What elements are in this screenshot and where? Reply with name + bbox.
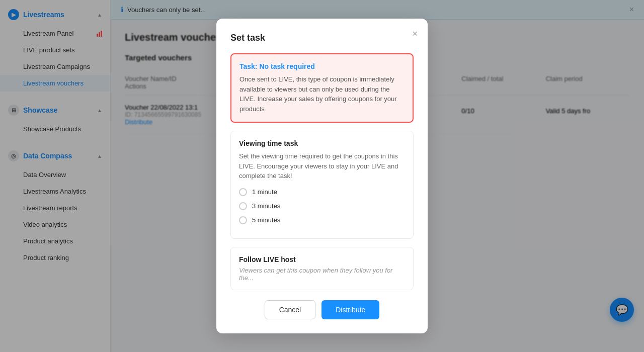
no-task-card-title: Task: No task required (239, 62, 405, 70)
distribute-button[interactable]: Distribute (321, 300, 379, 319)
modal-footer: Cancel Distribute (230, 300, 414, 319)
modal-overlay: Set task × Task: No task required Once s… (0, 0, 644, 352)
radio-1-minute[interactable]: 1 minute (239, 188, 405, 196)
radio-circle-5 (239, 216, 247, 224)
viewing-time-desc: Set the viewing time required to get the… (239, 151, 405, 181)
viewing-time-title: Viewing time task (239, 139, 405, 147)
follow-section: Follow LIVE host Viewers can get this co… (230, 247, 414, 290)
radio-circle-3 (239, 202, 247, 210)
viewing-time-section: Viewing time task Set the viewing time r… (230, 131, 414, 239)
set-task-modal: Set task × Task: No task required Once s… (216, 19, 428, 333)
follow-section-title: Follow LIVE host (239, 255, 405, 263)
radio-3-minutes[interactable]: 3 minutes (239, 202, 405, 210)
radio-label-5: 5 minutes (252, 216, 280, 224)
radio-label-1: 1 minute (252, 188, 277, 196)
modal-title: Set task (230, 33, 414, 43)
radio-circle-1 (239, 188, 247, 196)
follow-section-desc: Viewers can get this coupon when they fo… (239, 267, 405, 282)
no-task-card[interactable]: Task: No task required Once sent to LIVE… (230, 53, 414, 123)
no-task-card-desc: Once sent to LIVE, this type of coupon i… (239, 74, 405, 114)
cancel-button[interactable]: Cancel (265, 300, 316, 319)
modal-close-button[interactable]: × (412, 29, 418, 39)
radio-5-minutes[interactable]: 5 minutes (239, 216, 405, 224)
radio-label-3: 3 minutes (252, 202, 280, 210)
